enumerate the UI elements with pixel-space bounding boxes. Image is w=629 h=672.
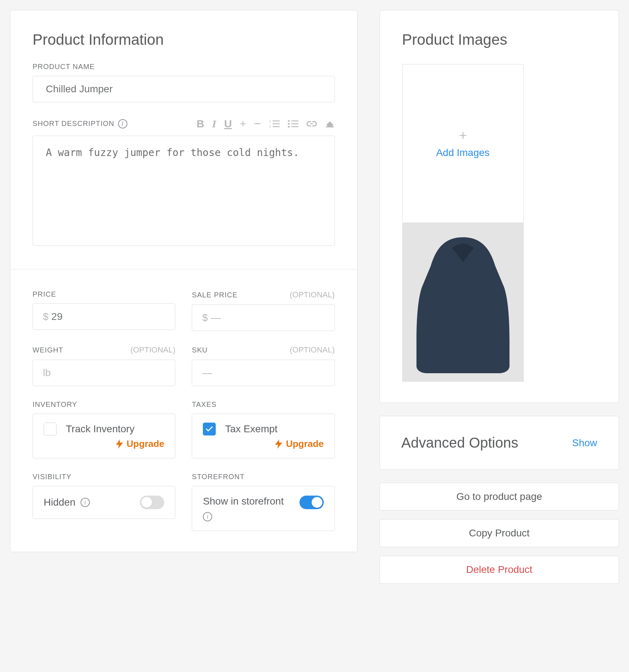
weight-input[interactable]: lb	[33, 360, 175, 386]
currency-symbol: $	[202, 312, 208, 323]
product-name-label: PRODUCT NAME	[33, 63, 335, 71]
info-icon[interactable]: i	[203, 512, 212, 521]
track-inventory-checkbox[interactable]	[44, 423, 57, 435]
check-icon	[206, 426, 213, 432]
svg-point-7	[288, 126, 289, 127]
price-input-wrap[interactable]: $	[33, 303, 175, 330]
visibility-toggle[interactable]	[140, 496, 164, 509]
upgrade-taxes-link[interactable]: Upgrade	[203, 438, 323, 449]
sale-price-input[interactable]	[211, 312, 325, 323]
info-icon[interactable]: i	[118, 119, 127, 128]
advanced-options-show-link[interactable]: Show	[572, 437, 597, 449]
storefront-label: STOREFRONT	[192, 473, 335, 481]
product-images-title: Product Images	[402, 31, 596, 48]
price-label: PRICE	[33, 290, 175, 298]
add-images-dropzone[interactable]: ＋ Add Images	[402, 64, 524, 223]
weight-unit: lb	[43, 367, 51, 379]
underline-icon[interactable]: U	[224, 118, 232, 130]
svg-rect-11	[326, 126, 334, 127]
link-icon[interactable]	[306, 120, 317, 127]
rich-text-toolbar: B I U + − 12	[196, 117, 335, 131]
unordered-list-icon[interactable]	[288, 120, 298, 128]
clear-format-icon[interactable]	[325, 120, 335, 128]
sku-input[interactable]	[192, 360, 335, 386]
svg-text:2: 2	[269, 125, 271, 128]
optional-label: (OPTIONAL)	[130, 345, 175, 355]
svg-point-6	[288, 123, 289, 125]
track-inventory-label: Track Inventory	[66, 423, 135, 435]
font-decrease-icon[interactable]: −	[254, 117, 261, 131]
storefront-toggle[interactable]	[299, 496, 324, 509]
currency-symbol: $	[43, 311, 49, 322]
sale-price-input-wrap[interactable]: $	[192, 305, 335, 331]
italic-icon[interactable]: I	[212, 118, 216, 130]
short-description-label: SHORT DESCRIPTION	[33, 120, 114, 128]
add-images-label: Add Images	[436, 147, 489, 159]
font-increase-icon[interactable]: +	[240, 118, 246, 130]
taxes-label: TAXES	[192, 400, 335, 409]
svg-text:1: 1	[269, 120, 271, 123]
lightning-icon	[116, 439, 123, 449]
inventory-label: INVENTORY	[33, 400, 175, 409]
product-image-thumbnail[interactable]	[402, 223, 524, 382]
sku-label: SKU	[192, 346, 208, 354]
tax-exempt-checkbox[interactable]	[203, 423, 216, 435]
sale-price-label: SALE PRICE	[192, 291, 238, 299]
weight-label: WEIGHT	[33, 346, 63, 354]
short-description-input[interactable]	[33, 136, 335, 246]
copy-product-button[interactable]: Copy Product	[380, 519, 619, 547]
product-info-title: Product Information	[33, 31, 335, 48]
visibility-label: VISIBILITY	[33, 473, 175, 481]
optional-label: (OPTIONAL)	[290, 290, 335, 300]
lightning-icon	[275, 439, 282, 449]
info-icon[interactable]: i	[81, 498, 90, 507]
bold-icon[interactable]: B	[196, 118, 204, 130]
upgrade-inventory-link[interactable]: Upgrade	[44, 438, 164, 449]
advanced-options-title: Advanced Options	[401, 435, 518, 451]
product-name-input[interactable]	[33, 76, 335, 102]
hidden-label: Hidden	[44, 497, 75, 508]
price-input[interactable]	[52, 311, 165, 322]
svg-point-5	[288, 120, 289, 122]
tax-exempt-label: Tax Exempt	[225, 423, 277, 435]
delete-product-button[interactable]: Delete Product	[380, 556, 619, 584]
go-to-product-page-button[interactable]: Go to product page	[380, 483, 619, 511]
optional-label: (OPTIONAL)	[290, 345, 335, 355]
plus-icon: ＋	[457, 128, 469, 141]
show-in-storefront-label: Show in storefront	[203, 496, 284, 507]
ordered-list-icon[interactable]: 12	[269, 120, 280, 128]
